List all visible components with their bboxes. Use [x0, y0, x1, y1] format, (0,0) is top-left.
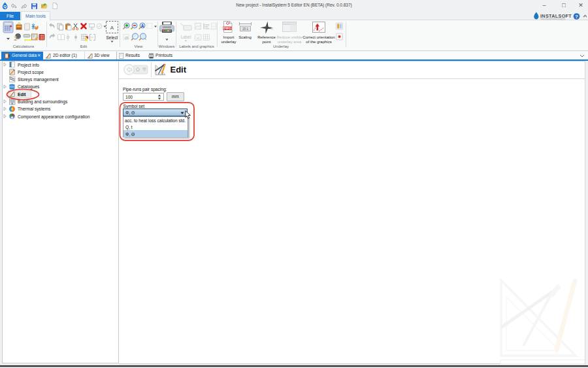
svg-text:Edit: Edit [80, 44, 88, 48]
svg-text:Label: Label [181, 35, 191, 39]
svg-text:Windows: Windows [159, 44, 174, 48]
svg-text:Calculations: Calculations [13, 44, 35, 48]
svg-text:Select: Select [106, 35, 118, 40]
svg-text:Import: Import [223, 35, 234, 39]
svg-text:?: ? [575, 14, 578, 20]
svg-text:underlay area: underlay area [278, 40, 302, 44]
svg-text:Labels and graphics: Labels and graphics [179, 44, 214, 48]
svg-text:Correct orientation: Correct orientation [302, 35, 335, 39]
svg-text:of the graphics: of the graphics [306, 40, 331, 44]
svg-text:A: A [141, 24, 144, 28]
svg-text:Underlay: Underlay [273, 44, 289, 48]
svg-text:underlay: underlay [221, 40, 236, 44]
svg-text:a1: a1 [197, 37, 201, 40]
svg-text:15:1: 15:1 [242, 27, 248, 31]
svg-text:A: A [110, 25, 114, 31]
svg-text:View: View [135, 44, 144, 48]
svg-text:Reference: Reference [257, 35, 276, 39]
svg-text:Reduce visible: Reduce visible [276, 35, 302, 39]
svg-text:point: point [262, 40, 270, 44]
svg-text:Scaling: Scaling [238, 35, 252, 39]
svg-text:DWG: DWG [223, 27, 231, 30]
